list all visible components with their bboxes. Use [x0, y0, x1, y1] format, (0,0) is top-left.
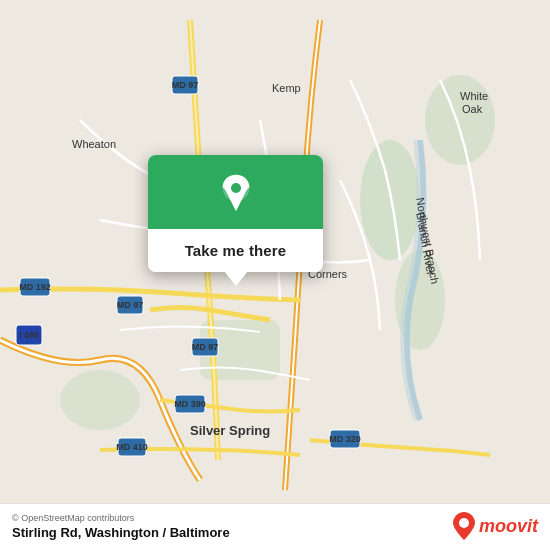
svg-text:MD 97: MD 97	[117, 300, 144, 310]
svg-point-0	[360, 140, 420, 260]
svg-point-4	[425, 75, 495, 165]
svg-text:MD 410: MD 410	[116, 442, 148, 452]
svg-text:Oak: Oak	[462, 103, 483, 115]
popup-icon-area	[148, 155, 323, 229]
moovit-pin-icon	[453, 512, 475, 540]
svg-text:MD 97: MD 97	[192, 342, 219, 352]
svg-text:I 495: I 495	[19, 330, 39, 340]
svg-point-34	[231, 183, 241, 193]
bottom-bar: © OpenStreetMap contributors Stirling Rd…	[0, 503, 550, 550]
take-me-there-button[interactable]: Take me there	[148, 229, 323, 272]
moovit-logo: moovit	[453, 512, 538, 540]
popup-card: Take me there	[148, 155, 323, 272]
osm-attribution: © OpenStreetMap contributors	[12, 513, 230, 523]
svg-text:Kemp: Kemp	[272, 82, 301, 94]
svg-text:MD 192: MD 192	[19, 282, 51, 292]
bottom-left: © OpenStreetMap contributors Stirling Rd…	[12, 513, 230, 540]
location-pin-icon	[216, 173, 256, 213]
svg-text:MD 320: MD 320	[329, 434, 361, 444]
popup-tail	[224, 271, 248, 286]
moovit-brand-text: moovit	[479, 516, 538, 537]
svg-text:MD 97: MD 97	[172, 80, 199, 90]
map-svg: MD 97 MD 97 MD 97 MD 192 MD 390 MD 410 M…	[0, 0, 550, 550]
map-container: MD 97 MD 97 MD 97 MD 192 MD 390 MD 410 M…	[0, 0, 550, 550]
svg-text:Wheaton: Wheaton	[72, 138, 116, 150]
svg-point-35	[459, 518, 469, 528]
svg-text:Silver Spring: Silver Spring	[190, 423, 270, 438]
svg-text:White: White	[460, 90, 488, 102]
svg-text:MD 390: MD 390	[174, 399, 206, 409]
location-name: Stirling Rd, Washington / Baltimore	[12, 525, 230, 540]
svg-point-3	[60, 370, 140, 430]
